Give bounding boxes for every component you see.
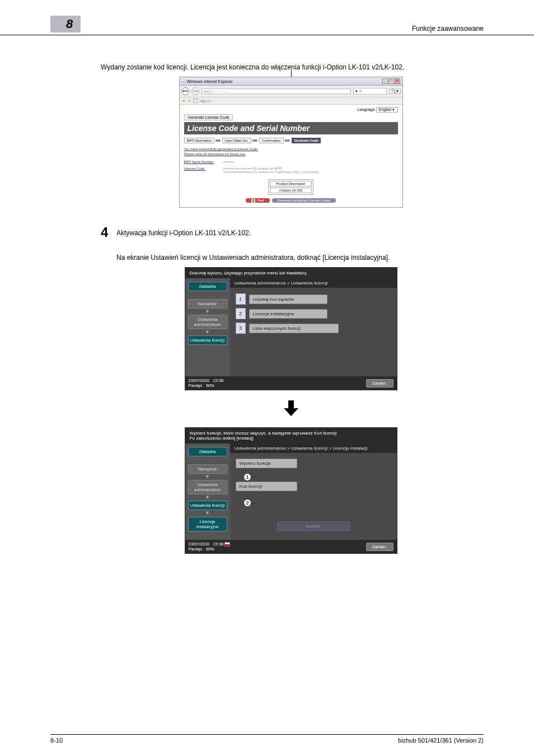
chapter-number: 8: [50, 16, 81, 32]
chevron-right-icon: [285, 139, 291, 142]
close-button[interactable]: Zamkn.: [366, 379, 394, 388]
close-button[interactable]: Zamkn.: [366, 543, 394, 551]
wizard-step-token: Input Token No.: [222, 138, 251, 143]
callout-2-line: [251, 503, 257, 503]
page-number: 8-10: [50, 737, 63, 744]
chevron-right-icon: [216, 139, 221, 142]
panel2-date: 23/07/2010: [189, 542, 210, 547]
serial-value: ▪▪▪▪▪▪▪▪▪: [223, 160, 234, 164]
language-select[interactable]: English ▾: [376, 107, 398, 113]
panel2-mem-label: Pamięć: [189, 547, 203, 552]
side-item-license[interactable]: Ustawienia licencji: [188, 501, 227, 510]
callout-1: 1: [243, 473, 251, 481]
side-item-narzedzie[interactable]: Narzędzie: [188, 464, 227, 474]
substep-text: Na ekranie Ustawień licencji w Ustawieni…: [116, 254, 481, 262]
side-item-install-license[interactable]: Licencja instalacyjna: [188, 517, 227, 531]
panel1-instruction: Dokonaj wyboru, używając przycisków menu…: [185, 268, 397, 278]
license-code-button[interactable]: Kod licencji: [236, 482, 297, 491]
browser-window: — Windows Internet Explorer _ □ × ⟵ ⟶ ht…: [179, 77, 403, 208]
side-item-admin[interactable]: Ustawienia administratora: [188, 315, 227, 329]
menu-enabled-functions[interactable]: Lista włączonych funkcji: [249, 324, 339, 333]
product-desc-value: i-Option LK-101: [270, 188, 311, 193]
license-section-title: License Code and Serial Number: [184, 122, 398, 134]
panel2-instruction: Wybierz funkcje, które chcesz włączyć, a…: [185, 428, 397, 444]
wizard-step-generate: Generate Code: [292, 138, 321, 143]
panel1-date: 23/07/2010: [189, 378, 210, 383]
callout-1-line: [251, 477, 257, 478]
search-box[interactable]: ▾✕: [353, 88, 387, 95]
success-msg-1: You have successfully generated a Licens…: [184, 147, 398, 152]
chevron-right-icon: [252, 139, 258, 142]
arrow-down-icon: ▼: [188, 310, 227, 314]
side-tab-zakladka[interactable]: Zakładka: [188, 282, 227, 291]
panel2-time: 15:38: [213, 542, 223, 547]
panel2-mem-val: 90%: [206, 547, 214, 552]
favorites-star-icon[interactable]: ★: [182, 99, 185, 103]
serial-label: MFP Serial Number:: [184, 160, 223, 164]
select-functions-button[interactable]: Wybierz funkcje: [236, 459, 297, 468]
menu-request-code[interactable]: Uzyskaj kod żądania: [249, 295, 327, 304]
minimize-icon[interactable]: _: [382, 78, 388, 84]
mfp-panel-1: Dokonaj wyboru, używając przycisków menu…: [185, 267, 397, 390]
install-button[interactable]: Instaluj: [277, 521, 350, 531]
wizard-step-mfp-info: MFP Information: [184, 138, 214, 143]
forward-icon[interactable]: ⟶: [191, 87, 199, 95]
arrow-down-icon: ▼: [188, 496, 227, 500]
mfp-panel-2: Wybierz funkcje, które chcesz włączyć, a…: [185, 427, 397, 554]
arrow-down-icon: ▼: [188, 511, 227, 515]
side-item-admin[interactable]: Ustawienia administratora: [188, 480, 227, 494]
menu-index-3: 3: [236, 323, 246, 334]
breadcrumb: Ustawienia administratora > Ustawienia l…: [230, 444, 397, 453]
menu-index-1: 1: [236, 293, 246, 305]
side-item-narzedzie[interactable]: Narzędzie: [188, 299, 227, 309]
license-code-label: License Code:: [184, 167, 223, 174]
back-icon[interactable]: ⟵: [181, 87, 189, 95]
browser-title: — Windows Internet Explorer: [182, 80, 233, 83]
page-tab[interactable]: [193, 99, 198, 103]
license-code-value: ▪▪▪▪-▪▪▪▪-▪▪▪▪-▪▪▪▪-▪▪▪▪ (To enable via …: [223, 167, 319, 174]
print-button[interactable]: ▌▌ Print: [246, 198, 270, 203]
arrow-down-icon: ▼: [188, 330, 227, 334]
success-msg-2: Please save all information for future u…: [184, 152, 398, 157]
wizard-steps: MFP Information Input Token No. Confirma…: [184, 138, 398, 143]
arrow-down-icon: [284, 400, 298, 417]
breadcrumb: Ustawienia administratora > Ustawienia l…: [230, 278, 397, 288]
page-tab-label: http://···: [200, 99, 213, 103]
add-favorite-icon[interactable]: ✦: [188, 99, 191, 103]
arrow-down-icon: ▼: [188, 475, 227, 479]
url-bar[interactable]: http://···················: [202, 88, 351, 94]
side-tab-zakladka[interactable]: Zakładka: [188, 447, 227, 456]
panel1-mem-label: Pamięć: [189, 383, 203, 388]
close-icon[interactable]: ×: [395, 78, 400, 84]
section-title: Funkcje zaawansowane: [412, 25, 484, 32]
panel1-time: 15:38: [213, 378, 223, 383]
wizard-step-confirm: Confirmation: [259, 138, 284, 143]
product-name: bizhub 501/421/361 (Version 2): [398, 737, 484, 744]
menu-install-license[interactable]: Licencja instalacyjna: [249, 309, 327, 319]
step-number: 4: [101, 225, 116, 240]
maximize-icon[interactable]: □: [388, 78, 394, 84]
callout-2: 2: [243, 499, 251, 507]
side-item-license[interactable]: Ustawienia licencji: [188, 335, 227, 345]
search-go-icon[interactable]: 🔍▾: [389, 88, 401, 94]
product-table: Product Description i-Option LK-101: [268, 179, 313, 195]
panel1-mem-val: 90%: [206, 383, 214, 388]
generate-more-button[interactable]: Generate Additional License Codes: [272, 198, 336, 203]
product-desc-header: Product Description: [270, 181, 311, 186]
generate-license-tab[interactable]: Generate License Code: [184, 114, 233, 120]
step-text: Aktywacja funkcji i-Option LK-101 v2/LK-…: [116, 225, 251, 240]
language-label: Language: [357, 108, 374, 111]
status-flag-icon: [224, 542, 230, 547]
menu-index-2: 2: [236, 308, 246, 319]
